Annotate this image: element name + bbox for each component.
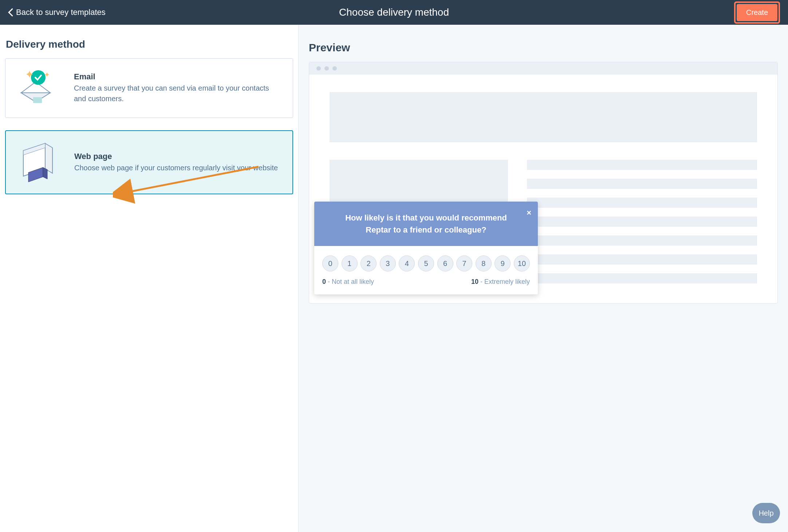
chevron-left-icon <box>8 8 13 16</box>
rating-5[interactable]: 5 <box>418 255 434 271</box>
rating-row: 0 1 2 3 4 5 6 7 8 9 10 <box>322 255 530 271</box>
rating-8[interactable]: 8 <box>476 255 492 271</box>
rating-4[interactable]: 4 <box>399 255 415 271</box>
survey-question: How likely is it that you would recommen… <box>345 213 507 234</box>
survey-header: How likely is it that you would recommen… <box>314 202 538 246</box>
option-email-title: Email <box>74 72 283 82</box>
rating-low-label: 0 - Not at all likely <box>322 278 374 286</box>
placeholder-lines <box>527 160 757 283</box>
placeholder-line <box>527 217 757 227</box>
window-dot <box>332 66 337 71</box>
help-button[interactable]: Help <box>752 503 780 523</box>
placeholder-line <box>527 179 757 189</box>
page-title: Choose delivery method <box>339 7 449 18</box>
browser-mock: How likely is it that you would recommen… <box>309 62 778 303</box>
rating-high-label: 10 - Extremely likely <box>471 278 530 286</box>
preview-heading: Preview <box>309 41 778 54</box>
placeholder-line <box>527 254 757 265</box>
create-button-highlight: Create <box>734 1 780 24</box>
back-link-label: Back to survey templates <box>16 8 106 17</box>
top-bar: Back to survey templates Choose delivery… <box>0 0 788 25</box>
svg-point-3 <box>31 70 46 85</box>
right-pane: Preview <box>299 25 788 532</box>
window-dot <box>316 66 321 71</box>
rating-1[interactable]: 1 <box>342 255 358 271</box>
rating-10[interactable]: 10 <box>514 255 530 271</box>
rating-labels: 0 - Not at all likely 10 - Extremely lik… <box>322 278 530 286</box>
close-icon[interactable]: × <box>527 207 531 219</box>
email-icon <box>16 67 59 109</box>
rating-6[interactable]: 6 <box>437 255 453 271</box>
mock-canvas: How likely is it that you would recommen… <box>309 75 777 303</box>
rating-2[interactable]: 2 <box>360 255 377 271</box>
option-webpage[interactable]: Web page Choose web page if your custome… <box>5 130 293 194</box>
option-webpage-text: Web page Choose web page if your custome… <box>74 152 278 173</box>
svg-marker-8 <box>43 167 47 179</box>
option-webpage-desc: Choose web page if your customers regula… <box>74 163 278 173</box>
rating-7[interactable]: 7 <box>456 255 472 271</box>
option-email[interactable]: Email Create a survey that you can send … <box>5 58 293 118</box>
rating-3[interactable]: 3 <box>380 255 396 271</box>
option-webpage-title: Web page <box>74 152 278 161</box>
back-link[interactable]: Back to survey templates <box>8 8 106 17</box>
delivery-method-heading: Delivery method <box>6 39 293 50</box>
placeholder-line <box>527 160 757 170</box>
svg-marker-5 <box>45 143 52 173</box>
create-button[interactable]: Create <box>737 4 777 21</box>
body: Delivery method Email Create a survey th… <box>0 25 788 532</box>
placeholder-hero <box>330 92 757 142</box>
option-email-text: Email Create a survey that you can send … <box>74 72 283 104</box>
option-email-desc: Create a survey that you can send via em… <box>74 83 283 104</box>
left-pane: Delivery method Email Create a survey th… <box>0 25 299 532</box>
survey-popup: How likely is it that you would recommen… <box>314 202 538 294</box>
svg-marker-2 <box>33 97 42 103</box>
survey-body: 0 1 2 3 4 5 6 7 8 9 10 <box>314 246 538 294</box>
placeholder-line <box>527 235 757 246</box>
placeholder-line <box>527 273 757 283</box>
webpage-icon <box>16 140 60 185</box>
help-label: Help <box>759 509 773 517</box>
placeholder-line <box>527 198 757 208</box>
window-dot <box>324 66 329 71</box>
rating-9[interactable]: 9 <box>495 255 511 271</box>
browser-chrome <box>309 62 777 75</box>
rating-0[interactable]: 0 <box>322 255 338 271</box>
